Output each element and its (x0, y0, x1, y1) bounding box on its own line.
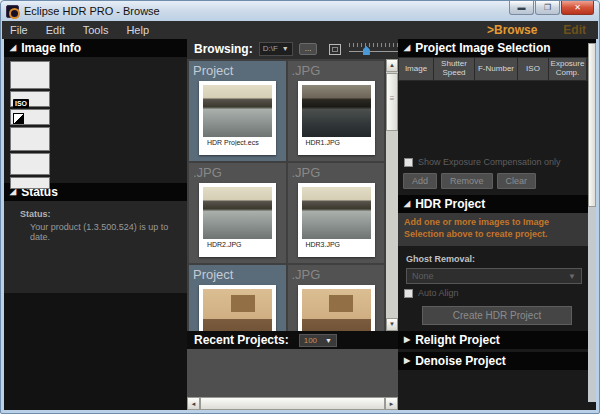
thumbnail-card[interactable]: _HDR1.JPG (298, 81, 375, 155)
collapse-triangle-icon: ◢ (404, 39, 410, 57)
thumbnail-image (302, 289, 371, 331)
thumbnail-image (203, 187, 272, 239)
cell-type-label: .JPG (288, 163, 385, 180)
status-label: Status: (20, 209, 187, 219)
remove-button[interactable]: Remove (441, 173, 493, 189)
vertical-scrollbar[interactable]: ▲ ▼ (386, 59, 398, 331)
title-bar[interactable]: Eclipse HDR PRO - Browse ▬ ❐ ✕ (1, 1, 599, 21)
browser-cell[interactable]: Project (189, 265, 286, 331)
recent-count-value: 100 (304, 336, 317, 345)
collapse-triangle-icon: ▶ (404, 352, 410, 370)
image-info-header[interactable]: ◢ Image Info (4, 39, 187, 57)
project-image-selection-title: Project Image Selection (415, 39, 550, 57)
ghost-removal-dropdown[interactable]: None ▼ (406, 268, 582, 284)
add-button[interactable]: Add (403, 173, 437, 189)
browsing-label: Browsing: (194, 42, 253, 56)
column-iso[interactable]: ISO (518, 58, 548, 80)
status-message: Your product (1.3.500.524) is up to date… (30, 222, 187, 242)
scroll-down-icon[interactable]: ▼ (386, 318, 398, 331)
ghost-removal-value: None (412, 271, 434, 281)
thumbnail-image (203, 289, 272, 331)
menu-help[interactable]: Help (126, 24, 149, 36)
thumbnail-card[interactable] (298, 285, 375, 331)
hdr-project-header[interactable]: ◢ HDR Project (398, 195, 596, 213)
recent-projects-list (187, 349, 398, 399)
recent-count-dropdown[interactable]: 100 ▼ (299, 334, 337, 347)
column-image[interactable]: Image (399, 58, 433, 80)
scrollbar-thumb[interactable] (200, 397, 385, 410)
app-icon (6, 5, 19, 18)
thumbnail-zoom-slider[interactable] (349, 43, 398, 55)
browser-cell[interactable]: .JPG _HDR2.JPG (189, 163, 286, 263)
image-info-title: Image Info (21, 39, 81, 57)
horizontal-scrollbar[interactable]: ◄ ► (187, 397, 398, 410)
cell-type-label: .JPG (189, 163, 286, 180)
thumbnail-card[interactable]: _HDR Project.ecs (199, 81, 276, 155)
relight-project-header[interactable]: ▶ Relight Project (398, 331, 596, 349)
mode-edit-tab[interactable]: Edit (563, 23, 586, 37)
auto-align-checkbox-row[interactable]: Auto Align (398, 284, 596, 298)
browse-folder-button[interactable]: ... (299, 43, 318, 55)
browser-cell[interactable]: .JPG (288, 265, 385, 331)
info-cell-empty (10, 177, 50, 189)
clear-button[interactable]: Clear (497, 173, 537, 189)
info-cell-thumbnail (10, 61, 50, 89)
thumbnail-caption: _HDR1.JPG (302, 139, 371, 146)
column-shutter-speed[interactable]: Shutter Speed (434, 58, 474, 80)
file-browser-grid: Project _HDR Project.ecs .JPG _HDR1.JPG (187, 59, 386, 331)
mode-browse-tab[interactable]: >Browse (487, 23, 537, 37)
denoise-project-header[interactable]: ▶ Denoise Project (398, 352, 596, 370)
browsing-toolbar: Browsing: D:\F ▼ ... (187, 39, 398, 59)
right-panel-scrollbar[interactable] (588, 43, 596, 402)
relight-project-title: Relight Project (415, 331, 500, 349)
info-cell-exposure (10, 109, 50, 125)
scroll-right-icon[interactable]: ► (385, 397, 398, 410)
minimize-button[interactable]: ▬ (509, 1, 534, 15)
checkbox-icon[interactable] (404, 158, 413, 167)
scrollbar-thumb[interactable] (386, 73, 398, 131)
thumbnail-card[interactable]: _HDR2.JPG (199, 183, 276, 257)
browser-cell[interactable]: Project _HDR Project.ecs (189, 61, 286, 161)
project-image-selection-header[interactable]: ◢ Project Image Selection (398, 39, 596, 57)
chevron-down-icon: ▼ (325, 337, 332, 344)
menu-file[interactable]: File (10, 24, 28, 36)
scroll-left-icon[interactable]: ◄ (187, 397, 200, 410)
thumbnail-caption: _HDR Project.ecs (203, 139, 272, 146)
thumbnail-card[interactable]: _HDR3.JPG (298, 183, 375, 257)
info-cell-empty (10, 153, 50, 175)
selection-table-body (398, 81, 596, 153)
maximize-button[interactable]: ❐ (535, 1, 560, 15)
hdr-warning-box: Add one or more images to Image Selectio… (398, 213, 596, 246)
thumbnail-image (302, 85, 371, 137)
scroll-up-icon[interactable]: ▲ (386, 59, 398, 72)
image-info-body: ISO (4, 57, 187, 183)
checkbox-icon[interactable] (404, 289, 413, 298)
thumbnail-caption: _HDR3.JPG (302, 241, 371, 248)
menu-tools[interactable]: Tools (83, 24, 109, 36)
collapse-triangle-icon: ◢ (404, 195, 410, 213)
thumbnail-image (302, 187, 371, 239)
collapse-triangle-icon: ▶ (404, 331, 410, 349)
menu-edit[interactable]: Edit (46, 24, 65, 36)
column-exposure-comp[interactable]: Exposure Comp. (549, 58, 586, 80)
window-title: Eclipse HDR PRO - Browse (24, 1, 160, 21)
browser-cell[interactable]: .JPG _HDR3.JPG (288, 163, 385, 263)
thumbnail-caption: _HDR2.JPG (203, 241, 272, 248)
right-panel: ◢ Project Image Selection Image Shutter … (398, 39, 596, 410)
left-panel-empty-area (4, 293, 187, 410)
create-hdr-project-button[interactable]: Create HDR Project (422, 306, 572, 325)
ghost-removal-label: Ghost Removal: (406, 254, 596, 264)
column-f-number[interactable]: F-Number (475, 58, 517, 80)
thumbnail-image (203, 85, 272, 137)
hdr-warning-text: Add one or more images to Image Selectio… (404, 217, 590, 240)
show-exposure-checkbox-row[interactable]: Show Exposure Compensation only (398, 153, 596, 167)
path-dropdown[interactable]: D:\F ▼ (259, 42, 293, 56)
slider-handle[interactable] (363, 46, 370, 55)
browser-cell[interactable]: .JPG _HDR1.JPG (288, 61, 385, 161)
thumbnail-card[interactable] (199, 285, 276, 331)
show-exposure-label: Show Exposure Compensation only (418, 157, 561, 167)
recent-projects-bar: Recent Projects: 100 ▼ (187, 331, 398, 349)
path-value: D:\F (263, 43, 278, 55)
close-button[interactable]: ✕ (561, 1, 594, 15)
chevron-down-icon: ▼ (282, 43, 289, 55)
